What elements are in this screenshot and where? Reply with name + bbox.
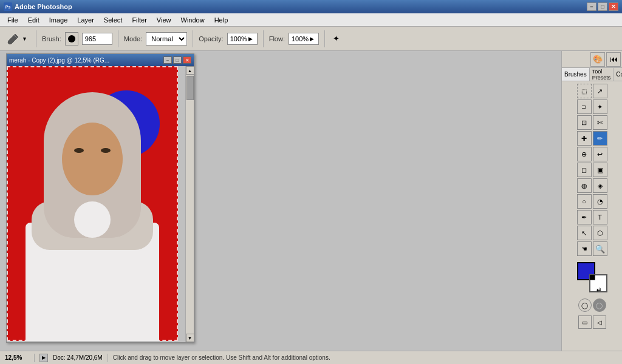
doc-content: ▲ ▼ (7, 66, 194, 342)
brush-tool[interactable]: ✏ (593, 131, 607, 146)
menu-edit[interactable]: Edit (23, 15, 44, 25)
doc-title: merah - Copy (2).jpg @ 12,5% (RG... (9, 57, 109, 64)
hand-tool[interactable]: ☚ (577, 241, 592, 256)
flow-value-box[interactable]: 100% ▶ (289, 33, 319, 45)
brush-preview[interactable] (65, 32, 78, 46)
mode-select[interactable]: Normal Multiply Screen (146, 32, 187, 46)
menu-file[interactable]: File (2, 15, 23, 25)
menu-select[interactable]: Select (99, 15, 128, 25)
text-tool[interactable]: T (593, 210, 607, 224)
menu-filter[interactable]: Filter (127, 15, 151, 25)
shape-tool[interactable]: ⬡ (593, 226, 607, 240)
quick-mask-icon[interactable]: ◯ (593, 298, 606, 312)
dodge-tool[interactable]: ○ (577, 194, 592, 209)
menu-layer[interactable]: Layer (72, 15, 99, 25)
tab-brushes[interactable]: Brushes (562, 68, 590, 81)
clone-tool[interactable]: ⊕ (577, 147, 592, 161)
title-left: Ps Adobe Photoshop (4, 2, 72, 11)
menu-view[interactable]: View (152, 15, 176, 25)
tool-row-11: ☚ 🔍 (577, 241, 607, 256)
separator5 (324, 30, 325, 47)
lasso-tool[interactable]: ⊃ (577, 99, 592, 114)
app-icon: Ps (4, 2, 12, 11)
burn-tool[interactable]: ◔ (593, 194, 607, 209)
wand-tool[interactable]: ✦ (593, 99, 607, 114)
doc-controls[interactable]: − □ ✕ (163, 56, 191, 64)
reset-colors-icon[interactable] (589, 274, 595, 280)
opacity-value: 100% (230, 35, 247, 42)
status-text: Click and drag to move layer or selectio… (113, 354, 617, 361)
blur-tool[interactable]: ◍ (577, 178, 592, 193)
vertical-scrollbar[interactable]: ▲ ▼ (185, 66, 194, 342)
menu-window[interactable]: Window (176, 15, 210, 25)
crop-tool[interactable]: ⊡ (577, 115, 592, 130)
scroll-track (186, 75, 194, 334)
standard-mode-icon[interactable]: ◯ (578, 298, 592, 312)
eraser-tool[interactable]: ◻ (577, 163, 592, 177)
separator4 (263, 30, 264, 47)
image-canvas[interactable] (7, 66, 178, 341)
slice-tool[interactable]: ✄ (593, 115, 607, 130)
airbrush-icon[interactable]: ✦ (330, 33, 343, 45)
title-bar: Ps Adobe Photoshop − □ ✕ (0, 0, 622, 13)
tool-row-8: ○ ◔ (577, 194, 607, 209)
separator2 (118, 30, 118, 47)
separator (36, 30, 36, 47)
doc-info: Doc: 24,7M/20,6M (53, 354, 103, 361)
close-button[interactable]: ✕ (609, 2, 618, 11)
tab-tool-presets[interactable]: Tool Presets (590, 68, 614, 81)
sharpen-tool[interactable]: ◈ (593, 178, 607, 193)
prev-icon[interactable]: ◁ (593, 315, 606, 329)
brush-label: Brush: (42, 35, 61, 42)
doc-maximize-button[interactable]: □ (173, 56, 182, 64)
fill-tool[interactable]: ▣ (593, 163, 607, 177)
tool-row-9: ✒ T (577, 210, 607, 224)
menu-help[interactable]: Help (210, 15, 233, 25)
title-controls[interactable]: − □ ✕ (587, 2, 618, 11)
move-tool[interactable]: ↗ (593, 84, 607, 98)
minimize-button[interactable]: − (587, 2, 596, 11)
scroll-thumb[interactable] (186, 76, 194, 100)
doc-titlebar: merah - Copy (2).jpg @ 12,5% (RG... − □ … (7, 54, 194, 66)
scroll-down-button[interactable]: ▼ (186, 334, 194, 342)
opacity-value-box[interactable]: 100% ▶ (227, 33, 258, 45)
tool-row-10: ↖ ⬡ (577, 226, 607, 240)
zoom-level: 12,5% (5, 354, 29, 361)
menu-image[interactable]: Image (44, 15, 73, 25)
doc-minimize-button[interactable]: − (163, 56, 172, 64)
right-eye (101, 148, 111, 153)
flow-label: Flow: (269, 35, 285, 42)
doc-info-arrow[interactable]: ▶ (39, 354, 48, 362)
fullscreen-icon[interactable]: ▭ (578, 315, 592, 329)
path-select-tool[interactable]: ↖ (577, 226, 592, 240)
heal-tool[interactable]: ✚ (577, 131, 592, 146)
right-tools: ⬚ ↗ ⊃ ✦ ⊡ ✄ ✚ ✏ ⊕ ↩ (562, 81, 622, 351)
marquee-tool[interactable]: ⬚ (577, 84, 592, 98)
tab-comps[interactable]: Comps (613, 68, 622, 81)
main-toolbar: ▼ Brush: 965 Mode: Normal Multiply Scree… (0, 27, 622, 51)
tool-row-4: ✚ ✏ (577, 131, 607, 146)
person-collar (74, 201, 111, 238)
tool-row-1: ⬚ ↗ (577, 84, 607, 98)
history-brush-tool[interactable]: ↩ (593, 147, 607, 161)
mode-row: ◯ ◯ (578, 298, 606, 312)
tool-row-3: ⊡ ✄ (577, 115, 607, 130)
history-icon[interactable]: ⏮ (606, 52, 621, 67)
right-tabs: Brushes Tool Presets Comps (562, 68, 622, 81)
document-window: merah - Copy (2).jpg @ 12,5% (RG... − □ … (6, 53, 194, 343)
flow-value: 100% (292, 35, 309, 42)
maximize-button[interactable]: □ (598, 2, 607, 11)
menu-bar: File Edit Image Layer Select Filter View… (0, 13, 622, 27)
pen-tool[interactable]: ✒ (577, 210, 592, 224)
left-eye (74, 148, 84, 153)
person-face (62, 123, 123, 195)
scroll-up-button[interactable]: ▲ (186, 66, 194, 75)
zoom-tool[interactable]: 🔍 (593, 241, 607, 256)
palette-icon[interactable]: 🎨 (590, 52, 605, 67)
doc-close-button[interactable]: ✕ (183, 56, 191, 64)
swap-colors-icon[interactable]: ⇄ (596, 286, 601, 292)
brush-icon (7, 32, 20, 46)
app-title: Adobe Photoshop (15, 3, 72, 10)
brush-tool-button[interactable]: ▼ (4, 30, 30, 47)
brush-size-display[interactable]: 965 (82, 33, 112, 45)
